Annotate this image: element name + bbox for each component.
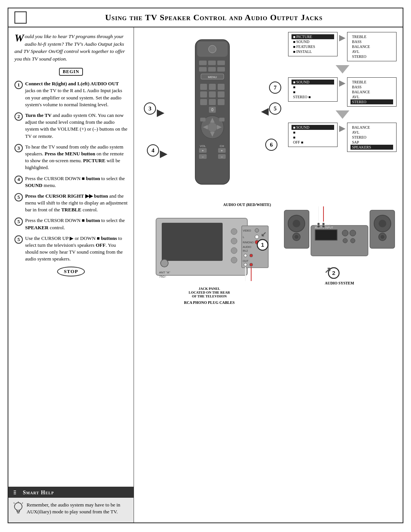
drop-cap-W: W xyxy=(14,33,24,43)
diagram-top: MENU 1 2 3 4 5 6 xyxy=(140,32,397,196)
svg-text:AUDIO: AUDIO xyxy=(243,246,252,248)
menu1-sub-screen: TREBLE BASS BALANCE AVL STEREO xyxy=(347,32,397,61)
menu3-off-label: OFF ■ xyxy=(292,140,334,145)
svg-text:+: + xyxy=(221,149,223,153)
svg-text:R/MONO: R/MONO xyxy=(243,241,254,244)
step-1: 1 Connect the R(ight) and L(eft) AUDIO O… xyxy=(14,80,127,108)
arrow-4: ▶ xyxy=(160,149,167,158)
diagram-step-7: 7 xyxy=(269,81,281,94)
svg-rect-14 xyxy=(217,61,225,65)
menu1-install: ■ INSTALL xyxy=(292,49,334,54)
arrow-3: ▶ xyxy=(157,108,164,117)
svg-text:L: L xyxy=(243,236,244,238)
svg-rect-29 xyxy=(200,91,207,97)
svg-text:0: 0 xyxy=(211,108,213,112)
menu3-sub-screen: BALANCE AVL STEREO SAP SPEAKERS xyxy=(347,123,397,152)
svg-point-68 xyxy=(255,235,259,239)
sub2-treble: TREBLE xyxy=(350,80,393,85)
tv-svg: VIDEO L R/MONO AUDIO IN-2 OUT xyxy=(145,207,274,291)
menu3-dot1: ■ xyxy=(292,130,334,135)
svg-rect-16 xyxy=(208,67,216,72)
svg-text:75Ω↑: 75Ω↑ xyxy=(159,275,166,278)
step-5c-bold-buttons: buttons xyxy=(101,235,117,241)
step-4-bold-sound: SOUND xyxy=(25,182,43,188)
svg-point-107 xyxy=(317,223,320,225)
svg-point-99 xyxy=(342,230,348,236)
step-2-number: 2 xyxy=(14,112,23,121)
stop-badge-container: STOP xyxy=(14,267,127,276)
svg-point-80 xyxy=(161,259,168,267)
menu1-arrow: ▶ xyxy=(339,33,346,43)
step-5c-bold-off: OFF xyxy=(96,242,105,248)
svg-rect-59 xyxy=(162,223,223,261)
svg-rect-24 xyxy=(209,84,216,90)
page-title: Using the TV Speaker Control and Audio O… xyxy=(31,13,397,22)
svg-rect-15 xyxy=(199,67,207,72)
tv-diagram-area: AUDIO OUT (RED/WHITE) xyxy=(140,203,279,305)
svg-rect-36 xyxy=(209,99,216,105)
menu2-container: ■ SOUND ■ ■ STEREO ■ ▶ TREBLE BASS BALAN… xyxy=(288,77,397,107)
svg-text:↙: ↙ xyxy=(261,230,266,238)
step-5c-number: 5 xyxy=(14,235,23,244)
step-5b-bold-speaker: SPEAKER xyxy=(25,225,48,230)
begin-badge: BEGIN xyxy=(59,68,83,76)
lightbulb-icon xyxy=(13,502,24,519)
svg-point-76 xyxy=(244,263,247,266)
sub2-avl: AVL xyxy=(350,94,393,99)
step-1-number: 1 xyxy=(14,81,23,89)
svg-point-88 xyxy=(293,220,300,227)
step-3-content: To hear the TV sound from only the audio… xyxy=(25,144,127,171)
step-5a: 5 Press the CURSOR RIGHT ▶▶ button and t… xyxy=(14,193,127,214)
stop-badge: STOP xyxy=(57,267,85,276)
menu2-dot2: ■ xyxy=(292,89,334,94)
menu1-features: ■ FEATURES xyxy=(292,44,334,49)
svg-text:MENU: MENU xyxy=(208,75,217,79)
sub2-balance: BALANCE xyxy=(350,89,393,94)
menu2-dot1: ■ xyxy=(292,85,334,89)
remote-area: MENU 1 2 3 4 5 6 xyxy=(140,32,284,196)
svg-text:ANT "A": ANT "A" xyxy=(159,271,170,274)
step-5c-content: Use the CURSOR UP ▶ or DOWN ■ buttons to… xyxy=(25,235,127,263)
menu1-container: ■ PICTURE ■ SOUND ■ FEATURES ■ INSTALL ▶… xyxy=(288,32,397,61)
svg-point-63 xyxy=(231,257,237,263)
svg-point-100 xyxy=(350,230,356,236)
step-5b-content: Press the CURSOR DOWN ■ button to select… xyxy=(25,217,127,231)
menus-area: ■ PICTURE ■ SOUND ■ FEATURES ■ INSTALL ▶… xyxy=(288,32,397,152)
menu3-dot2: ■ xyxy=(292,135,334,140)
menu1-screen: ■ PICTURE ■ SOUND ■ FEATURES ■ INSTALL xyxy=(288,32,338,56)
instructions-area: Would you like to hear TV programs throu… xyxy=(8,27,134,487)
left-column: Would you like to hear TV programs throu… xyxy=(8,27,134,522)
step-3-bold-menu: Press the MENU button xyxy=(45,151,95,157)
step-5b-number: 5 xyxy=(14,217,23,226)
svg-rect-46 xyxy=(200,118,206,121)
jack-panel-label: JACK PANEL LOCATED ON THE REAR OF THE TE… xyxy=(189,287,230,298)
menu3-sound-title: ■ SOUND xyxy=(292,125,334,130)
svg-point-77 xyxy=(250,263,253,266)
intro-paragraph: Would you like to hear TV programs throu… xyxy=(14,33,127,62)
menu2-main-screen: ■ SOUND ■ ■ STEREO ■ xyxy=(288,77,338,102)
svg-rect-23 xyxy=(200,84,207,90)
step-5a-content: Press the CURSOR RIGHT ▶▶ button and the… xyxy=(25,193,127,214)
menu3-arrow: ▶ xyxy=(339,123,346,133)
sub3-sap: SAP xyxy=(350,140,393,145)
svg-point-11 xyxy=(209,45,216,53)
menu1-sound: ■ SOUND xyxy=(292,39,334,44)
svg-point-95 xyxy=(381,235,384,239)
svg-point-66 xyxy=(255,228,259,232)
svg-text:−: − xyxy=(221,155,223,159)
right-column: MENU 1 2 3 4 5 6 xyxy=(134,27,403,522)
svg-text:−: − xyxy=(202,155,204,159)
svg-point-61 xyxy=(231,238,237,244)
header: Using the TV Speaker Control and Audio O… xyxy=(8,8,403,27)
svg-line-8 xyxy=(22,503,23,503)
svg-point-74 xyxy=(250,254,253,257)
intro-text-body: ould you like to hear TV programs throug… xyxy=(14,34,125,62)
menu2-arrow: ▶ xyxy=(339,78,346,88)
svg-point-108 xyxy=(322,223,325,225)
svg-point-93 xyxy=(379,220,386,227)
step-4-content: Press the CURSOR DOWN ■ button to select… xyxy=(25,175,127,189)
step-5c: 5 Use the CURSOR UP ▶ or DOWN ■ buttons … xyxy=(14,235,127,263)
arrow-5: ▶ xyxy=(261,108,268,117)
smart-help-title: Smart Help xyxy=(23,490,54,496)
lightbulb-svg xyxy=(13,502,24,515)
